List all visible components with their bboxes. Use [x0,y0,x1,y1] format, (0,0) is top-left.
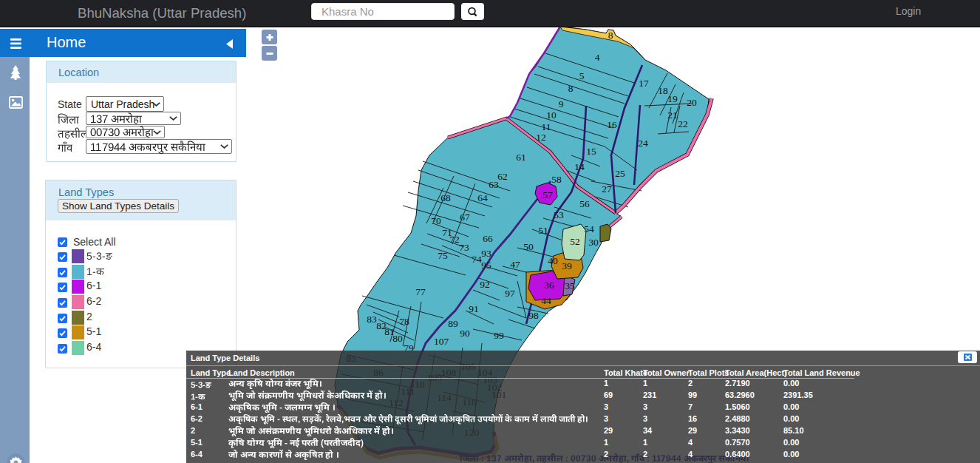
svg-text:11: 11 [542,121,551,132]
svg-text:66: 66 [483,233,493,244]
svg-text:90: 90 [460,328,470,339]
svg-text:95: 95 [481,260,491,271]
svg-text:8: 8 [608,30,613,41]
svg-text:39: 39 [562,260,572,271]
svg-text:63: 63 [489,179,499,190]
svg-text:18: 18 [658,85,668,96]
svg-text:107: 107 [434,336,449,347]
svg-text:40: 40 [548,255,558,266]
svg-text:77: 77 [415,286,426,297]
svg-text:61: 61 [516,152,526,163]
svg-text:5: 5 [579,70,585,81]
svg-text:78: 78 [399,316,409,327]
svg-text:10: 10 [546,109,557,121]
svg-text:27: 27 [602,183,612,195]
svg-text:70: 70 [431,215,441,226]
svg-text:99: 99 [494,330,504,341]
svg-text:72: 72 [449,234,460,245]
svg-text:52: 52 [570,236,580,247]
svg-text:75: 75 [438,250,448,261]
svg-text:12: 12 [536,132,546,143]
svg-text:19: 19 [667,93,678,104]
svg-text:14: 14 [574,161,585,172]
svg-text:62: 62 [497,171,508,182]
svg-text:35: 35 [565,280,575,291]
svg-text:51: 51 [538,225,548,236]
svg-text:97: 97 [505,288,515,299]
svg-text:54: 54 [584,223,594,234]
svg-text:83: 83 [367,314,377,325]
svg-text:91: 91 [469,303,479,314]
svg-text:67: 67 [460,212,470,223]
svg-text:68: 68 [440,192,451,203]
svg-text:57: 57 [542,189,553,200]
svg-text:24: 24 [638,138,648,149]
svg-text:92: 92 [480,279,490,290]
svg-text:36: 36 [544,280,554,291]
svg-text:64: 64 [477,192,488,203]
svg-text:20: 20 [687,97,697,108]
svg-text:50: 50 [523,241,534,252]
svg-text:16: 16 [607,119,617,130]
svg-text:25: 25 [615,168,625,179]
svg-text:56: 56 [579,198,590,209]
svg-text:4: 4 [595,52,600,63]
svg-text:15: 15 [586,146,596,157]
svg-text:98: 98 [528,310,539,321]
svg-text:80: 80 [392,333,403,344]
svg-text:22: 22 [678,118,688,129]
svg-text:17: 17 [639,78,649,89]
svg-text:8: 8 [568,83,574,94]
svg-text:74: 74 [472,254,482,265]
svg-text:53: 53 [554,209,564,220]
svg-text:89: 89 [448,318,458,329]
svg-text:21: 21 [667,109,678,121]
svg-text:73: 73 [459,242,469,253]
svg-text:9: 9 [559,98,564,109]
svg-text:30: 30 [588,237,599,248]
svg-text:44: 44 [541,295,551,306]
svg-text:93: 93 [481,248,491,259]
svg-text:58: 58 [551,174,562,185]
svg-text:47: 47 [510,259,520,270]
